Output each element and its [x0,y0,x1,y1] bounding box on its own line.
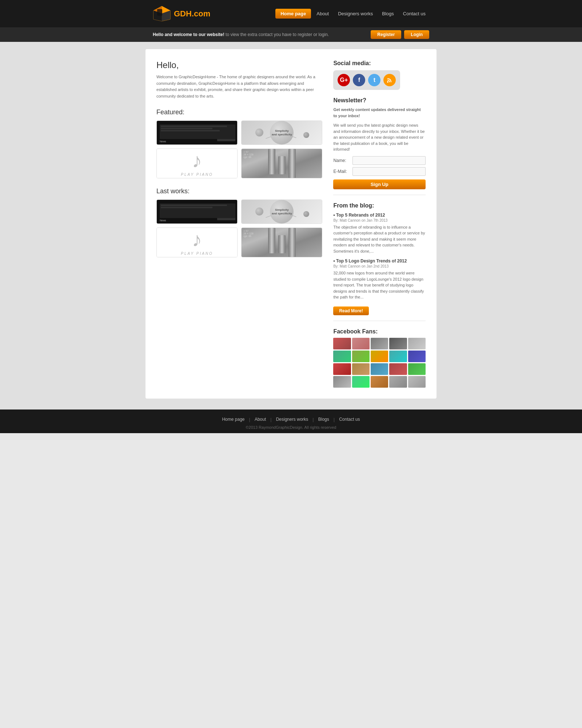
announcement-bold: Hello and welcome to our website! [153,32,224,37]
last-dark-lines [160,203,235,210]
last-work-card-3[interactable]: ♪ PLAY PIANO [156,228,238,257]
footer-link-designers[interactable]: Designers works [276,417,308,422]
last-piano-card: ♪ PLAY PIANO [157,228,237,257]
svg-point-9 [387,81,388,83]
about-nav-link[interactable]: About [313,9,332,19]
last-work-card-4[interactable]: × 57 28 × 128 rge: 66 [241,228,322,257]
register-button[interactable]: Register [371,30,401,39]
metal-line: rge: 66 [243,235,253,237]
read-more-button[interactable]: Read More! [333,306,368,315]
featured-grid: Wonderful Website News [156,120,322,178]
featured-card-4[interactable]: × 57 28 × 128 rge: 66 [241,149,322,178]
metal-block [288,149,296,178]
announcement-buttons: Register Login [371,30,429,39]
newsletter-body: We will send you the latest graphic desi… [333,122,426,153]
newsletter-intro: Get weekly content updates delivered str… [333,107,426,119]
metal-block [268,149,275,174]
name-input[interactable] [352,156,426,165]
facebook-icon[interactable]: f [353,74,365,86]
footer: Home page | About | Designers works | Bl… [0,410,582,433]
fan-photo[interactable] [408,363,426,375]
fan-photo[interactable] [333,338,351,349]
metal-overlay-text: × 57 28 × 128 rge: 66 [243,151,253,158]
blog-item-2-title[interactable]: Top 5 Logo Design Trends of 2012 [333,258,426,264]
last-dark-ui-card: Wonderful Website News [157,200,237,223]
fan-photo[interactable] [352,363,370,375]
fan-photo[interactable] [408,376,426,388]
blog-item-2-text: 32,000 new logos from around the world w… [333,270,426,300]
login-button[interactable]: Login [404,30,429,39]
signup-button[interactable]: Sign Up [333,179,426,189]
simplicity-card: Simplicityand specificity [242,121,322,145]
footer-link-home[interactable]: Home page [222,417,244,422]
footer-links: Home page | About | Designers works | Bl… [0,417,582,422]
last-work-card-1[interactable]: Wonderful Website News [156,199,238,224]
fan-photo[interactable] [389,376,407,388]
blog-item-1-title[interactable]: Top 5 Rebrands of 2012 [333,213,426,218]
last-work-card-2[interactable]: Simplicityand specificity [241,199,322,224]
fans-grid [333,338,426,388]
fan-photo[interactable] [371,363,388,375]
last-dark-preview [160,203,235,218]
designers-nav-link[interactable]: Designers works [334,9,376,19]
header: GDH.com Home page About Designers works … [0,0,582,27]
fan-photo[interactable] [371,338,388,349]
footer-link-about[interactable]: About [255,417,266,422]
blogs-nav-link[interactable]: Blogs [378,9,398,19]
rss-icon[interactable] [383,74,396,86]
homepage-nav-button[interactable]: Home page [275,9,311,19]
fan-photo[interactable] [389,363,407,375]
metal-block [278,156,286,174]
contact-nav-link[interactable]: Contact us [399,9,429,19]
last-works-grid: Wonderful Website News [156,199,322,257]
social-section: Social media: G+ f t [333,60,426,90]
footer-separator: | [334,417,335,422]
featured-card-3[interactable]: ♪ PLAY PIANO [156,149,238,178]
blog-section: From the blog: Top 5 Rebrands of 2012 By… [333,202,426,321]
line [161,126,227,127]
featured-section: Featured: Wonderful Website Ne [156,108,322,178]
fan-photo[interactable] [333,351,351,362]
music-note-icon: ♪ [192,151,202,171]
fan-photo[interactable] [408,338,426,349]
fan-photo[interactable] [389,351,407,362]
featured-card-1[interactable]: Wonderful Website News [156,120,238,145]
twitter-icon[interactable]: t [368,74,380,86]
name-label: Name: [333,158,350,163]
footer-separator: | [249,417,250,422]
social-title: Social media: [333,60,426,67]
hello-section: Hello, Welcome to GraphicDesignHome - Th… [156,60,322,99]
metal-card: × 57 28 × 128 rge: 66 [242,149,322,178]
fan-photo[interactable] [408,351,426,362]
line [161,130,220,131]
line [161,207,212,208]
featured-card-2[interactable]: Simplicityand specificity [241,120,322,145]
dark-card-preview [160,124,235,139]
fan-photo[interactable] [371,376,388,388]
featured-title: Featured: [156,108,322,116]
fan-photo[interactable] [352,338,370,349]
google-plus-icon[interactable]: G+ [338,74,350,86]
blog-item-2-meta: By: Matt Cannon on Jan 2nd 2013 [333,264,426,268]
logo[interactable]: GDH.com [153,5,210,22]
main-content: Hello, Welcome to GraphicDesignHome - Th… [146,49,436,399]
footer-link-blogs[interactable]: Blogs [318,417,329,422]
fan-photo[interactable] [333,376,351,388]
metal-line: × 57 [243,151,253,153]
last-dark-news: News [160,219,166,222]
logo-icon [153,5,171,22]
newsletter-name-row: Name: [333,156,426,165]
fan-photo[interactable] [333,363,351,375]
main-wrapper: Hello, Welcome to GraphicDesignHome - Th… [0,42,582,410]
fan-photo[interactable] [389,338,407,349]
footer-separator: | [312,417,314,422]
footer-link-contact[interactable]: Contact us [339,417,360,422]
metal-line: rge: 66 [243,156,253,158]
footer-separator: | [270,417,271,422]
email-input[interactable] [352,167,426,176]
fan-photo[interactable] [352,351,370,362]
piano-label: PLAY PIANO [181,173,213,177]
fan-photo[interactable] [371,351,388,362]
fan-photo[interactable] [352,376,370,388]
footer-copyright: ©2013 RaymondGraphicDesign. All rights r… [0,425,582,430]
